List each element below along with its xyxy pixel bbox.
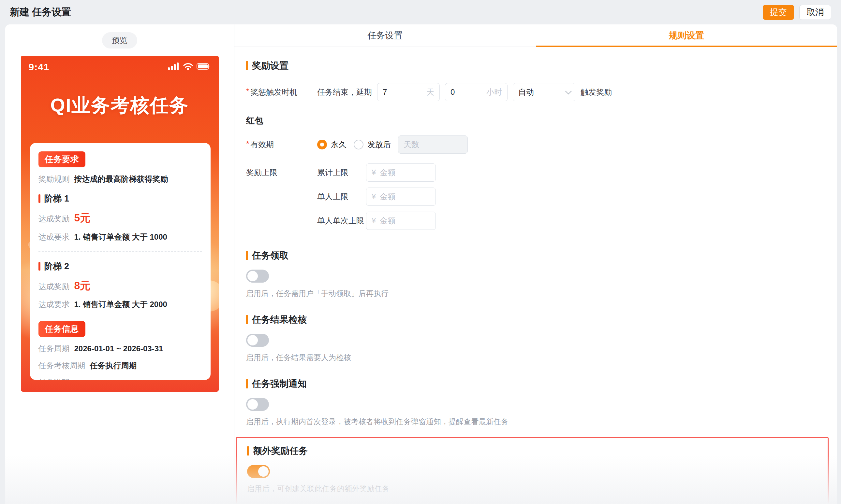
task-period-row: 任务周期 2026-01-01 ~ 2026-03-31 bbox=[38, 343, 202, 354]
task-description-value: -- bbox=[74, 377, 80, 380]
trigger-timing-label-text: 奖惩触发时机 bbox=[250, 87, 297, 97]
delay-hours-input[interactable]: 0 小时 bbox=[445, 83, 508, 101]
toggle-knob bbox=[247, 335, 258, 345]
task-preview-card: 任务要求 奖励规则 按达成的最高阶梯获得奖励 阶梯 1 达成奖励 5元 bbox=[30, 143, 210, 380]
trigger-timing-row: * 奖惩触发时机 任务结束，延期 7 天 0 小时 自动 bbox=[246, 83, 829, 101]
tier-bar-decoration bbox=[38, 262, 40, 271]
radio-permanent-label[interactable]: 永久 bbox=[331, 139, 346, 150]
reward-rule-row: 奖励规则 按达成的最高阶梯获得奖励 bbox=[38, 174, 202, 184]
cap-per-time-placeholder: 金额 bbox=[380, 216, 430, 226]
requirements-badge: 任务要求 bbox=[38, 151, 85, 167]
task-description-row: 任务说明 -- bbox=[38, 377, 202, 380]
toggle-knob bbox=[258, 466, 269, 476]
validity-label: * 有效期 bbox=[246, 139, 317, 150]
tier-2-requirement-row: 达成要求 1. 销售订单金额 大于 2000 bbox=[38, 299, 202, 310]
trigger-mode-value: 自动 bbox=[518, 87, 565, 97]
validity-row: * 有效期 永久 发放后 天数 bbox=[246, 136, 829, 154]
tier-2-reward-label: 达成奖励 bbox=[38, 281, 70, 292]
section-force-notify-title-row: 任务强制通知 bbox=[246, 378, 829, 390]
tab-rule-settings[interactable]: 规则设置 bbox=[536, 24, 837, 47]
tier-1-reward-value: 5元 bbox=[74, 211, 91, 225]
required-mark: * bbox=[246, 87, 249, 96]
submit-button[interactable]: 提交 bbox=[763, 5, 794, 20]
delay-days-input[interactable]: 7 天 bbox=[377, 83, 440, 101]
cap-per-person-row: 单人上限 ¥ 金额 bbox=[246, 187, 829, 206]
trigger-suffix-text: 触发奖励 bbox=[581, 87, 612, 97]
delay-days-unit: 天 bbox=[426, 87, 434, 97]
radio-permanent[interactable] bbox=[317, 140, 327, 149]
task-period-value: 2026-01-01 ~ 2026-03-31 bbox=[74, 343, 163, 354]
tier-1-reward-row: 达成奖励 5元 bbox=[38, 211, 202, 225]
validity-radio-group: 永久 发放后 天数 bbox=[317, 136, 473, 154]
extra-reward-description: 启用后，可创建关联此任务的额外奖励任务 bbox=[247, 484, 828, 494]
cap-total-row: 奖励上限 累计上限 ¥ 金额 bbox=[246, 163, 829, 182]
currency-prefix: ¥ bbox=[372, 216, 376, 225]
reward-rule-value: 按达成的最高阶梯获得奖励 bbox=[74, 174, 168, 184]
assessment-period-row: 任务考核周期 任务执行周期 bbox=[38, 360, 202, 371]
result-review-toggle[interactable] bbox=[246, 334, 269, 347]
tier-2-title-text: 阶梯 2 bbox=[44, 260, 69, 272]
task-claim-description: 启用后，任务需用户「手动领取」后再执行 bbox=[246, 288, 829, 299]
extra-reward-toggle[interactable] bbox=[247, 465, 270, 478]
validity-days-placeholder: 天数 bbox=[404, 139, 462, 150]
tier-1-reward-label: 达成奖励 bbox=[38, 214, 70, 224]
tier-2-reward-value: 8元 bbox=[74, 279, 91, 293]
tier-2-requirement-label: 达成要求 bbox=[38, 299, 70, 310]
reward-cap-label: 奖励上限 bbox=[246, 167, 317, 178]
section-extra-reward-title: 额外奖励任务 bbox=[253, 445, 308, 457]
cap-total-input[interactable]: ¥ 金额 bbox=[366, 163, 436, 182]
statusbar-icons bbox=[168, 62, 211, 72]
task-banner-title: QI业务考核任务 bbox=[21, 93, 219, 118]
force-notify-toggle[interactable] bbox=[246, 398, 269, 411]
section-extra-reward: 额外奖励任务 启用后，可创建关联此任务的额外奖励任务 bbox=[247, 445, 828, 494]
section-result-review-title-row: 任务结果检核 bbox=[246, 313, 829, 326]
highlight-annotation-box: 额外奖励任务 启用后，可创建关联此任务的额外奖励任务 bbox=[236, 437, 829, 504]
tab-task-settings[interactable]: 任务设置 bbox=[234, 24, 536, 47]
section-force-notify: 任务强制通知 启用后，执行期内首次登录，被考核者将收到任务弹窗通知，提醒查看最新… bbox=[246, 378, 829, 427]
validity-days-input[interactable]: 天数 bbox=[398, 136, 468, 154]
section-bar-decoration bbox=[246, 251, 248, 260]
wifi-icon bbox=[183, 62, 193, 72]
task-claim-toggle[interactable] bbox=[246, 270, 269, 283]
section-force-notify-title: 任务强制通知 bbox=[252, 378, 307, 390]
section-reward-settings: 奖励设置 bbox=[246, 59, 829, 72]
assessment-period-label: 任务考核周期 bbox=[38, 360, 85, 371]
toggle-knob bbox=[247, 271, 258, 281]
radio-after-issue-label[interactable]: 发放后 bbox=[367, 139, 391, 150]
cancel-button[interactable]: 取消 bbox=[799, 5, 831, 20]
tier-1-requirement-label: 达成要求 bbox=[38, 232, 70, 242]
page: 新建 任务设置 提交 取消 预览 9:41 bbox=[0, 0, 841, 504]
statusbar-time: 9:41 bbox=[29, 61, 50, 73]
section-bar-decoration bbox=[246, 379, 248, 389]
tier-1-requirement-value: 1. 销售订单金额 大于 1000 bbox=[74, 232, 167, 242]
section-result-review: 任务结果检核 启用后，任务结果需要人为检核 bbox=[246, 313, 829, 363]
radio-after-issue[interactable] bbox=[354, 140, 363, 149]
redpacket-subsection-label: 红包 bbox=[246, 115, 829, 126]
cap-total-placeholder: 金额 bbox=[380, 167, 430, 178]
result-review-description: 启用后，任务结果需要人为检核 bbox=[246, 353, 829, 363]
tier-2-requirement-value: 1. 销售订单金额 大于 2000 bbox=[74, 299, 167, 310]
trigger-mode-select[interactable]: 自动 bbox=[513, 83, 575, 101]
cap-total-label: 累计上限 bbox=[317, 167, 366, 178]
tier-1-title: 阶梯 1 bbox=[38, 193, 202, 204]
task-period-label: 任务周期 bbox=[38, 343, 70, 354]
phone-preview: 9:41 QI业务考核任务 任务要 bbox=[21, 56, 219, 392]
delay-days-value: 7 bbox=[383, 88, 426, 97]
settings-pane: 任务设置 规则设置 奖励设置 * 奖惩触发时机 任务结束，延期 7 bbox=[234, 24, 837, 504]
section-result-review-title: 任务结果检核 bbox=[252, 313, 307, 326]
tier-1-title-text: 阶梯 1 bbox=[44, 193, 69, 204]
section-reward-settings-title: 奖励设置 bbox=[252, 59, 289, 72]
section-task-claim: 任务领取 启用后，任务需用户「手动领取」后再执行 bbox=[246, 249, 829, 299]
cap-per-person-input[interactable]: ¥ 金额 bbox=[366, 187, 436, 206]
tier-1-requirement-row: 达成要求 1. 销售订单金额 大于 1000 bbox=[38, 232, 202, 242]
page-title: 新建 任务设置 bbox=[10, 5, 71, 19]
force-notify-description: 启用后，执行期内首次登录，被考核者将收到任务弹窗通知，提醒查看最新任务 bbox=[246, 417, 829, 427]
battery-icon bbox=[196, 62, 211, 72]
rule-settings-form: 奖励设置 * 奖惩触发时机 任务结束，延期 7 天 0 小时 bbox=[234, 47, 837, 504]
cap-per-time-input[interactable]: ¥ 金额 bbox=[366, 212, 436, 230]
page-header: 新建 任务设置 提交 取消 bbox=[0, 0, 841, 24]
cap-per-time-label: 单人单次上限 bbox=[317, 216, 366, 226]
trigger-timing-label: * 奖惩触发时机 bbox=[246, 87, 317, 97]
delay-hours-unit: 小时 bbox=[486, 87, 502, 97]
section-task-claim-title: 任务领取 bbox=[252, 249, 289, 262]
